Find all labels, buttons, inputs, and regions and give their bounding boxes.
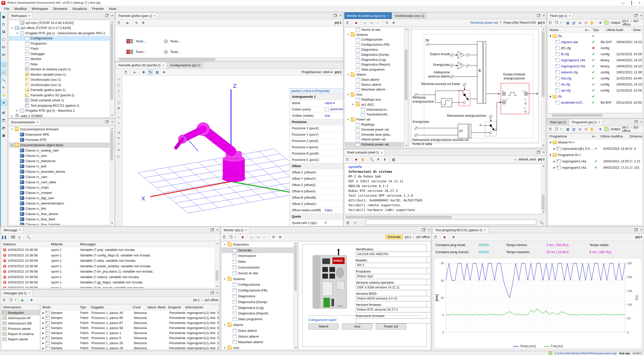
menu-aiuto[interactable]: Aiuto [106,6,119,11]
expander-icon[interactable]: ▸ [554,147,555,151]
tree-item[interactable]: Riepilogo assi [345,97,408,102]
graphic-panel-hscroll[interactable] [115,57,343,61]
column-header[interactable]: Tipo [78,305,89,310]
float-panel-icon[interactable] [105,121,108,123]
column-header[interactable]: Messaggio [79,242,210,247]
tree-item[interactable]: Configurazione [222,282,297,288]
design-mode-icon[interactable]: ✎ [148,70,153,75]
close-icon[interactable]: × [381,151,382,154]
objects-icon[interactable]: ❏ [1,62,7,68]
expander-icon[interactable]: ▸ [42,311,44,315]
back-icon[interactable]: ⇦ [256,235,261,239]
close-icon[interactable]: × [162,64,164,67]
message-row[interactable]: ✕10/03/2022 10:36:58sysm-1Variabile (?.g… [2,280,219,285]
expander-icon[interactable]: ▸ [11,114,14,117]
tree-item[interactable]: ▾Allarmi [222,322,297,328]
column-header[interactable]: Mask [156,305,166,310]
close-panel-icon[interactable]: × [543,150,545,154]
tab-workspace[interactable]: Workspace× [9,12,33,19]
design-mode-icon[interactable]: ✎ [134,20,139,25]
field-value[interactable] [356,318,430,323]
property-row[interactable]: Posizione Y (posY) [290,132,343,138]
info-list-item[interactable]: Processi utente [2,326,40,331]
build-all-icon[interactable]: ▦ [566,127,570,131]
add-mechanism-icon[interactable]: ⍒ [118,122,119,125]
tab-shell-comandi[interactable]: Shell comandi (shell-1)× [344,149,385,156]
help-book-icon[interactable]: ❖ [141,20,145,25]
field-value[interactable]: AS1018.002-A062754 [356,252,430,257]
close-icon[interactable]: × [598,121,600,124]
column-header[interactable]: Nome [548,27,583,33]
breakpoint-row[interactable]: ▸SempreFetchProcesso 1, passo 24NessunaP… [41,345,219,350]
copy-icon[interactable]: ❐ [554,20,558,25]
shell-scrollbar[interactable]: ▲▼ [541,164,545,214]
add-box-icon[interactable]: ▱ [117,77,120,81]
column-header[interactable]: Informazioni [2,305,39,310]
tree-item[interactable]: Informazioni [222,253,297,259]
dropdown-icon[interactable]: ▾ [560,21,562,24]
properties-icon[interactable]: 🗒 [222,235,226,239]
back-icon[interactable]: ⇦ [369,20,374,25]
flash-icon[interactable]: ⚡ [1,92,7,98]
column-header[interactable]: Ultima modifica [599,134,628,139]
table-row[interactable]: ▸mymodule1@1.0.0....✔02/02/2022 14:40:34… [548,145,642,152]
tree-item[interactable]: Diagnostica (Report) [222,311,297,316]
message-row[interactable]: ✕10/03/2022 10:36:58sysm-1Variabile (?.p… [2,263,219,269]
properties-icon[interactable]: 🗒 [124,70,128,74]
float-panel-icon[interactable] [422,229,425,231]
close-icon[interactable]: × [154,14,156,18]
column-header[interactable]: Valore [146,305,156,310]
float-panel-icon[interactable] [634,229,637,231]
column-header[interactable]: Mittente [49,242,79,247]
properties-icon[interactable]: 🗒 [345,157,350,162]
home-icon[interactable]: ⌂ [249,235,254,239]
menu-modifica[interactable]: Modifica [12,6,29,11]
expander-icon[interactable]: ▾ [16,32,19,35]
tree-item[interactable]: ▾rp2-ufficio [TCP/IP 10.0.17.2:8100] [9,25,113,31]
tree-item[interactable]: Monitor di sistema (sysm-1) [9,67,113,72]
properties-icon[interactable]: 🗒 [548,20,552,25]
expander-icon[interactable]: ▸ [42,326,44,330]
undo-icon[interactable]: ↶ [117,142,120,146]
tab-messaggi[interactable]: Messaggi× [1,227,23,233]
field-value[interactable]: Robox SpA [356,274,430,279]
property-group-header[interactable]: Offset [290,163,343,169]
home-icon[interactable]: ⌂ [363,20,367,25]
close-icon[interactable]: × [484,228,486,232]
run-icon[interactable]: ▶ [20,298,25,302]
tree-item[interactable]: Comunicazioni [222,264,297,270]
tab-programmi[interactable]: Programmi (prj-1)× [569,119,603,125]
float-panel-icon[interactable] [537,151,540,154]
quick-button-allarmi[interactable]: Allarmi [308,323,339,330]
table-row[interactable]: rhw.cfg✔config11/02/2021 14:44:00 [548,75,642,81]
close-panel-icon[interactable]: × [640,228,642,232]
tree-item[interactable]: Classe rc_axis [9,153,113,158]
property-row[interactable]: Colore (color)#FFFFFF [290,106,343,113]
tree-item[interactable]: Classe rc_belt [9,164,113,169]
property-row[interactable]: Offset C (offsetC) [290,201,343,207]
tree-item[interactable]: Classe rc_cam [9,174,113,180]
float-panel-icon[interactable] [334,14,337,17]
add-robot-icon[interactable]: ⌖ [118,116,120,119]
column-header[interactable]: Dimensio [628,134,642,139]
expander-icon[interactable]: ▾ [11,143,14,147]
tree-item[interactable]: Stato [222,259,297,264]
refresh-icon[interactable]: ⟳ [271,235,276,239]
message-row[interactable]: ✕10/03/2022 10:36:58sysm-1Variabile (?.p… [2,247,219,253]
expander-icon[interactable]: ▸ [16,109,19,112]
tree-item[interactable]: Programmi [9,41,113,46]
tree-item[interactable]: Note [9,62,113,67]
quick-button-assi[interactable]: Assi [342,323,372,330]
table-row[interactable]: ▾/fb✔ [548,93,642,99]
window-restore-icon[interactable]: 🗗 [1,110,7,116]
clear-input-icon[interactable]: 🔍 [540,221,544,225]
shell-command-input[interactable] [366,219,536,225]
tab-oscilloscopio[interactable]: Oscilloscopio (osc-1) [393,12,427,19]
info-list-item[interactable]: Report utente [2,337,40,342]
breakpoint-row[interactable]: ▸SempreFetchProcesso 1, passo 30NessunaP… [41,310,219,315]
tree-item[interactable]: ▸usbc-1 [COM3] [9,113,113,117]
field-value[interactable]: OSF a 32bit versione 14.11.11 [356,285,430,290]
info-list-item[interactable]: Breakpoint [2,310,40,315]
expander-icon[interactable]: ▾ [346,93,349,96]
search-up-icon[interactable]: ⇞ [376,157,380,162]
